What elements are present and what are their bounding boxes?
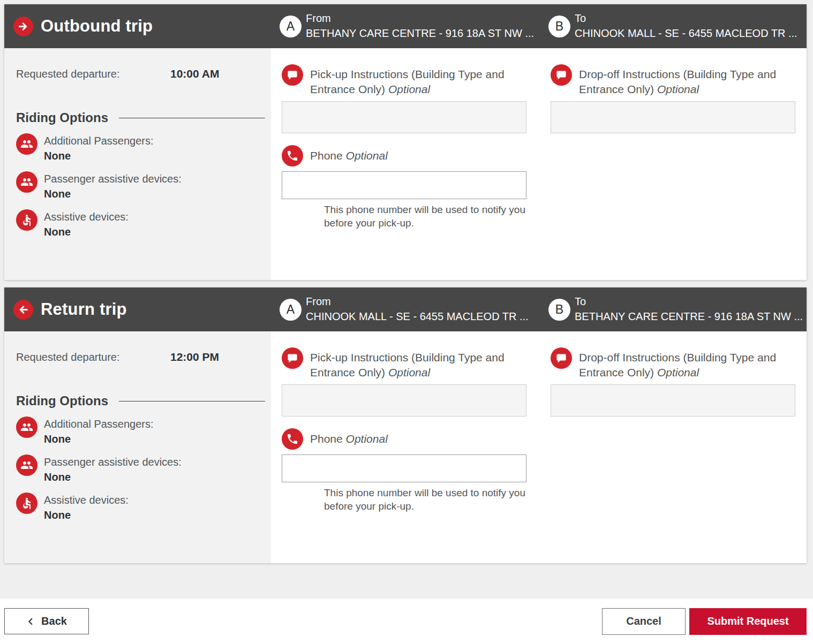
return-trip-title-group: Return trip — [4, 287, 271, 331]
back-button[interactable]: Back — [4, 608, 89, 634]
phone-help-text: This phone number will be used to notify… — [324, 486, 529, 513]
phone-icon — [282, 145, 303, 166]
to-label: To — [575, 11, 797, 26]
outbound-trip-header: Outbound trip A From BETHANY CARE CENTRE… — [4, 4, 807, 48]
divider — [119, 401, 265, 401]
return-to-group: B To BETHANY CARE CENTRE - 916 18A ST NW… — [540, 287, 807, 331]
action-bar: Back Cancel Submit Request — [0, 598, 813, 644]
from-label: From — [306, 294, 529, 309]
marker-a: A — [280, 299, 302, 321]
people-icon — [16, 454, 37, 476]
wheelchair-icon — [16, 209, 37, 231]
marker-b: B — [548, 16, 570, 37]
chat-bubble-icon — [282, 347, 303, 369]
chat-bubble-icon — [551, 64, 572, 86]
to-address: CHINOOK MALL - SE - 6455 MACLEOD TR ... — [575, 26, 797, 41]
pickup-instructions-input[interactable] — [282, 101, 526, 133]
dropoff-instructions-input[interactable] — [551, 384, 795, 416]
wheelchair-icon — [16, 493, 37, 514]
cancel-button[interactable]: Cancel — [602, 608, 686, 635]
divider — [119, 118, 265, 118]
return-pickup-panel: Pick-up Instructions (Building Type and … — [271, 331, 540, 563]
pickup-instructions-label: Pick-up Instructions (Building Type and … — [310, 64, 526, 97]
passenger-assistive-devices-item: Passenger assistive devices: None — [16, 171, 265, 201]
pickup-instructions-input[interactable] — [282, 384, 526, 416]
people-icon — [16, 171, 37, 193]
outbound-trip-title: Outbound trip — [41, 17, 153, 36]
outbound-trip-title-group: Outbound trip — [4, 4, 271, 48]
outbound-dropoff-panel: Drop-off Instructions (Building Type and… — [540, 48, 807, 280]
trip-summary-page: Outbound trip A From BETHANY CARE CENTRE… — [0, 0, 813, 563]
dropoff-instructions-input[interactable] — [551, 101, 795, 133]
from-label: From — [306, 11, 534, 26]
chat-bubble-icon — [551, 347, 572, 369]
outbound-to-group: B To CHINOOK MALL - SE - 6455 MACLEOD TR… — [540, 4, 807, 48]
marker-a: A — [280, 16, 302, 37]
return-dropoff-panel: Drop-off Instructions (Building Type and… — [540, 331, 807, 563]
departure-time: 10:00 AM — [170, 67, 219, 80]
chat-bubble-icon — [282, 64, 303, 86]
additional-passengers-item: Additional Passengers: None — [16, 416, 265, 446]
phone-label: Phone Optional — [310, 431, 526, 446]
to-address: BETHANY CARE CENTRE - 916 18A ST NW ... — [575, 309, 803, 324]
return-trip-title: Return trip — [41, 300, 127, 319]
phone-input[interactable] — [282, 454, 526, 482]
chevron-left-icon — [26, 617, 35, 626]
riding-options-title: Riding Options — [16, 110, 108, 125]
outbound-from-group: A From BETHANY CARE CENTRE - 916 18A ST … — [271, 4, 540, 48]
pickup-instructions-label: Pick-up Instructions (Building Type and … — [310, 347, 526, 380]
departure-label: Requested departure: — [16, 351, 170, 363]
arrow-left-icon — [13, 300, 33, 320]
riding-options-title: Riding Options — [16, 393, 108, 408]
return-trip-header: Return trip A From CHINOOK MALL - SE - 6… — [4, 287, 807, 331]
return-from-group: A From CHINOOK MALL - SE - 6455 MACLEOD … — [271, 287, 540, 331]
from-address: CHINOOK MALL - SE - 6455 MACLEOD TR ... — [306, 309, 529, 324]
from-address: BETHANY CARE CENTRE - 916 18A ST NW ... — [306, 26, 534, 41]
dropoff-instructions-label: Drop-off Instructions (Building Type and… — [579, 347, 795, 380]
submit-request-button[interactable]: Submit Request — [689, 608, 807, 635]
phone-label: Phone Optional — [310, 148, 526, 163]
passenger-assistive-devices-item: Passenger assistive devices: None — [16, 454, 265, 484]
additional-passengers-item: Additional Passengers: None — [16, 133, 265, 163]
assistive-devices-item: Assistive devices: None — [16, 209, 265, 239]
phone-icon — [282, 428, 303, 450]
arrow-right-icon — [13, 17, 33, 36]
marker-b: B — [548, 299, 570, 321]
phone-input[interactable] — [282, 171, 526, 199]
return-trip-details-panel: Requested departure: 12:00 PM Riding Opt… — [4, 331, 271, 563]
dropoff-instructions-label: Drop-off Instructions (Building Type and… — [579, 64, 795, 97]
outbound-pickup-panel: Pick-up Instructions (Building Type and … — [271, 48, 540, 280]
phone-help-text: This phone number will be used to notify… — [324, 203, 529, 230]
to-label: To — [575, 294, 803, 309]
return-trip-card: Return trip A From CHINOOK MALL - SE - 6… — [4, 287, 807, 563]
assistive-devices-item: Assistive devices: None — [16, 493, 265, 522]
people-icon — [16, 133, 37, 155]
departure-time: 12:00 PM — [170, 351, 219, 363]
departure-label: Requested departure: — [16, 68, 170, 80]
people-icon — [16, 416, 37, 438]
outbound-trip-card: Outbound trip A From BETHANY CARE CENTRE… — [4, 4, 807, 280]
outbound-trip-details-panel: Requested departure: 10:00 AM Riding Opt… — [4, 48, 271, 280]
